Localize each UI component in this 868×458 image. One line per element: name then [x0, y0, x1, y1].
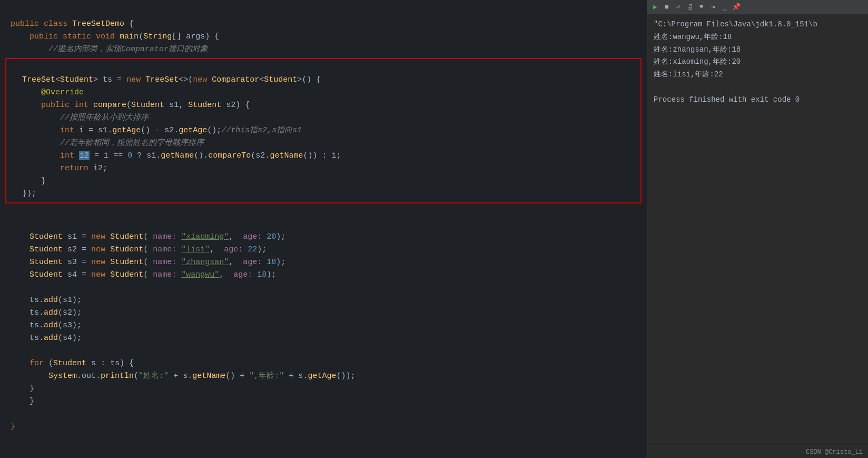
- output-panel: ▶ ■ ↩ 🖨 ≡ ⇥ ⎯ 📌 "C:\Program Files\Java\j…: [647, 0, 868, 458]
- code-panel[interactable]: public class TreeSetDemo { public static…: [0, 0, 647, 458]
- output-result-1: 姓名:wangwu,年龄:18: [654, 31, 862, 44]
- menu-icon[interactable]: ≡: [697, 2, 706, 12]
- output-path: "C:\Program Files\Java\jdk1.8.0_151\b: [654, 18, 862, 31]
- stop-icon[interactable]: ■: [662, 2, 672, 12]
- output-result-4: 姓名:lisi,年龄:22: [654, 69, 862, 81]
- indent-icon[interactable]: ⇥: [708, 2, 718, 12]
- output-result-2: 姓名:zhangsan,年龄:18: [654, 44, 862, 56]
- output-toolbar: ▶ ■ ↩ 🖨 ≡ ⇥ ⎯ 📌: [647, 0, 868, 14]
- code-content: public class TreeSetDemo { public static…: [0, 5, 647, 56]
- print-icon[interactable]: 🖨: [685, 2, 695, 12]
- pin-icon[interactable]: 📌: [732, 2, 741, 12]
- footer-text: CSDN @Cristo_Li: [806, 449, 863, 456]
- output-content: "C:\Program Files\Java\jdk1.8.0_151\b 姓名…: [647, 14, 868, 446]
- exit-message: Process finished with exit code 0: [654, 94, 862, 106]
- highlight-box: TreeSet<Student> ts = new TreeSet<>(new …: [5, 58, 642, 203]
- run-icon[interactable]: ▶: [650, 2, 660, 12]
- output-footer: CSDN @Cristo_Li: [647, 446, 868, 458]
- scroll-icon: ⎯: [720, 2, 729, 12]
- rerun-icon[interactable]: ↩: [674, 2, 683, 12]
- code-content-bottom: Student s1 = new Student( name: "xiaomin…: [0, 206, 647, 446]
- output-result-3: 姓名:xiaoming,年龄:20: [654, 56, 862, 69]
- highlight-code: TreeSet<Student> ts = new TreeSet<>(new …: [12, 61, 635, 200]
